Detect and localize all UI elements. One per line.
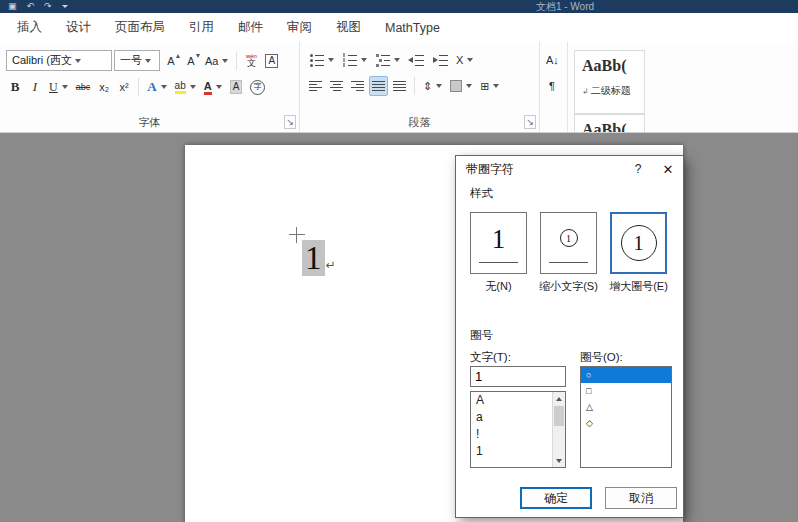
bold-button[interactable]: B [6, 77, 24, 97]
chevron-down-icon [145, 59, 151, 63]
bold-icon: B [11, 79, 20, 95]
style-option-shrink-text[interactable]: 1 缩小文字(S) [540, 212, 597, 294]
show-marks-button[interactable]: ¶ [543, 76, 561, 96]
circle-section-label: 圈号 [470, 328, 493, 343]
increase-indent-icon [432, 55, 448, 66]
borders-button[interactable]: ⊞ [477, 76, 502, 96]
sort-button[interactable]: A↓ [543, 50, 562, 70]
line-spacing-button[interactable]: ⇕ [420, 76, 445, 96]
enclose-characters-button[interactable]: 字 [247, 77, 268, 97]
change-case-button[interactable]: Aa [202, 51, 231, 71]
tab-mailings[interactable]: 邮件 [226, 13, 275, 42]
text-list-scrollbar[interactable] [552, 392, 565, 467]
underline-button[interactable]: U [46, 77, 71, 97]
font-color-button[interactable]: A [201, 77, 225, 97]
scroll-up-icon[interactable] [553, 392, 565, 405]
text-list-item[interactable]: 1 [471, 443, 565, 460]
font-size-combo[interactable]: 一号 [114, 50, 160, 71]
scroll-down-icon[interactable] [553, 454, 565, 467]
superscript-button[interactable]: x² [115, 77, 133, 97]
chevron-down-icon [394, 58, 400, 62]
style-option-none[interactable]: 1 无(N) [470, 212, 527, 294]
styles-gallery: AaBb( ↲ 二级标题 AaBb( ↲ 三级标题 AaBbCc ↲ 我的论..… [568, 42, 798, 132]
character-shading-button[interactable]: A [227, 77, 246, 97]
text-list-item[interactable]: a [471, 409, 565, 426]
font-name-combo[interactable]: Calibri (西文 [6, 50, 112, 71]
scrollbar-thumb[interactable] [554, 406, 564, 426]
tab-review[interactable]: 审阅 [275, 13, 324, 42]
qat-customize-icon[interactable] [62, 5, 68, 8]
dialog-help-button[interactable]: ? [623, 156, 653, 182]
character-border-button[interactable]: A [262, 51, 281, 71]
strikethrough-icon: abc [76, 82, 91, 92]
text-list-item[interactable]: ! [471, 426, 565, 443]
tab-design[interactable]: 设计 [54, 13, 103, 42]
selected-character[interactable]: 1 [302, 240, 325, 276]
font-name-value: Calibri (西文 [12, 53, 72, 68]
circle-list-item[interactable]: ◇ [581, 415, 671, 431]
chevron-down-icon [436, 84, 442, 88]
circle-listbox[interactable]: ○ □ △ ◇ [580, 366, 672, 468]
text-input[interactable] [470, 366, 566, 387]
align-center-button[interactable] [327, 76, 346, 96]
paragraph-dialog-launcher[interactable]: ↘ [524, 115, 536, 129]
align-distribute-icon [393, 81, 406, 92]
align-distribute-button[interactable] [390, 76, 409, 96]
text-list-item[interactable]: A [471, 392, 565, 409]
redo-icon[interactable]: ↷ [44, 0, 52, 13]
numbering-button[interactable] [339, 50, 370, 70]
cancel-button[interactable]: 取消 [605, 487, 677, 509]
italic-button[interactable]: I [26, 77, 44, 97]
multilevel-list-button[interactable] [372, 50, 403, 70]
dialog-close-button[interactable]: ✕ [653, 156, 683, 182]
chevron-down-icon [466, 84, 472, 88]
text-highlight-button[interactable]: ab [172, 77, 199, 97]
subscript-icon: x₂ [99, 81, 109, 93]
style-option-enlarge-preview: 1 [610, 212, 667, 274]
highlight-icon: ab [175, 80, 186, 94]
style-section-label: 样式 [470, 186, 493, 201]
text-listbox[interactable]: A a ! 1 [470, 391, 566, 468]
align-center-icon [330, 81, 343, 92]
undo-icon[interactable]: ↶ [27, 0, 35, 13]
grow-font-button[interactable]: A [162, 51, 180, 71]
tab-page-layout[interactable]: 页面布局 [103, 13, 177, 42]
phonetic-guide-button[interactable]: wén 文 [242, 51, 260, 71]
style-option-label: 缩小文字(S) [539, 279, 598, 294]
circle-list-item[interactable]: △ [581, 399, 671, 415]
text-effects-button[interactable]: A [144, 77, 169, 97]
asian-layout-button[interactable]: X [453, 50, 476, 70]
align-left-button[interactable] [306, 76, 325, 96]
style-option-enlarge-circle[interactable]: 1 增大圈号(E) [610, 212, 667, 294]
shrink-font-button[interactable]: A [182, 51, 200, 71]
style-card-heading3[interactable]: AaBb( ↲ 三级标题 [574, 114, 645, 132]
tab-references[interactable]: 引用 [177, 13, 226, 42]
chevron-down-icon [161, 85, 167, 89]
ok-button[interactable]: 确定 [520, 487, 592, 509]
align-right-button[interactable] [348, 76, 367, 96]
shading-button[interactable] [447, 76, 475, 96]
style-preview: AaBb( [582, 121, 641, 132]
decrease-indent-button[interactable] [405, 50, 427, 70]
decrease-indent-icon [408, 55, 424, 66]
save-icon[interactable]: ▣ [8, 0, 17, 13]
align-justify-button[interactable] [369, 76, 388, 96]
subscript-button[interactable]: x₂ [95, 77, 113, 97]
increase-indent-button[interactable] [429, 50, 451, 70]
tab-view[interactable]: 视图 [324, 13, 373, 42]
circle-list-item[interactable]: ○ [581, 367, 671, 383]
tab-mathtype[interactable]: MathType [373, 13, 452, 42]
document-text[interactable]: 1 ↵ [302, 240, 336, 276]
dialog-title-bar: 带圈字符 ? ✕ [456, 156, 683, 182]
style-card-heading2[interactable]: AaBb( ↲ 二级标题 [574, 50, 645, 114]
font-dialog-launcher[interactable]: ↘ [284, 115, 296, 129]
circle-list-item[interactable]: □ [581, 383, 671, 399]
divider [414, 77, 415, 95]
sort-icon: A↓ [546, 54, 559, 66]
tab-insert[interactable]: 插入 [5, 13, 54, 42]
align-left-icon [309, 81, 322, 92]
strikethrough-button[interactable]: abc [73, 77, 94, 97]
align-justify-icon [372, 81, 385, 92]
bullets-button[interactable] [306, 50, 337, 70]
chevron-down-icon [190, 85, 196, 89]
